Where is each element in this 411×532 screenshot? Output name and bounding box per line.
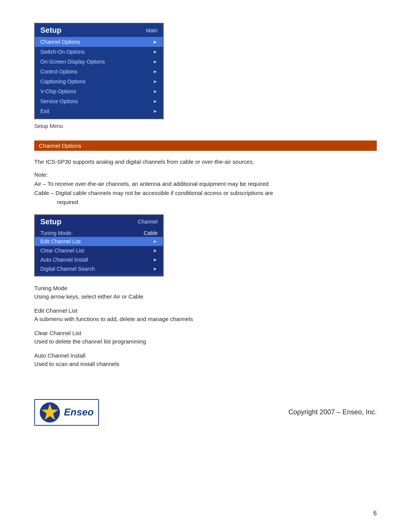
channel-description: The ICS-SP30 supports analog and digital… xyxy=(34,158,377,166)
desc-tuning-mode: Tuning Mode Using arrow keys, select eit… xyxy=(34,284,377,301)
note-block: Note: Air – To receive over-the-air chan… xyxy=(34,170,377,207)
menu-row-label: Digital Channel Search xyxy=(40,266,95,272)
menu-item-vchip: V-Chip Options ► xyxy=(35,86,163,96)
menu-row-label: Auto Channel Install xyxy=(40,257,88,263)
desc-title: Auto Channel Install xyxy=(34,351,377,360)
desc-clear-channel-list: Clear Channel List Used to delete the ch… xyxy=(34,329,377,346)
note-air: Air – To receive over-the-air channels, … xyxy=(34,179,377,189)
menu-arrow: ► xyxy=(153,239,158,244)
enseo-star-icon xyxy=(40,402,60,423)
menu-spacer-2 xyxy=(35,273,163,276)
desc-body: Using arrow keys, select either Air or C… xyxy=(34,292,377,301)
channel-options-header: Channel Options xyxy=(34,141,377,151)
desc-title: Tuning Mode xyxy=(34,284,377,293)
menu-item-service: Service Options ► xyxy=(35,96,163,106)
menu-item-label: Control Options xyxy=(40,69,77,75)
setup-menu-caption: Setup Menu xyxy=(34,123,377,129)
menu-item-switchon: Switch-On Options ► xyxy=(35,47,163,57)
menu-arrow: ► xyxy=(153,39,158,45)
setup-title: Setup xyxy=(40,26,62,35)
auto-channel-install-row: Auto Channel Install ► xyxy=(35,255,163,264)
main-label: Main xyxy=(146,27,158,34)
note-cable: Cable – Digital cable channels may not b… xyxy=(34,189,377,198)
menu-item-osd: On-Screen Display Options ► xyxy=(35,57,163,67)
menu-item-exit: Exit ► xyxy=(35,106,163,116)
menu-item-control: Control Options ► xyxy=(35,67,163,77)
menu-arrow: ► xyxy=(153,99,158,104)
copyright-text: Copyright 2007 – Enseo, Inc. xyxy=(288,408,377,416)
enseo-name: Enseo xyxy=(64,406,94,418)
menu-arrow: ► xyxy=(153,257,158,262)
note-title: Note: xyxy=(34,170,377,179)
desc-edit-channel-list: Edit Channel List A submenu with functio… xyxy=(34,307,377,324)
desc-title: Clear Channel List xyxy=(34,329,377,338)
menu-row-label: Clear Channel List xyxy=(40,248,84,254)
digital-channel-search-row: Digital Channel Search ► xyxy=(35,264,163,273)
enseo-star-container xyxy=(40,402,60,423)
menu-arrow: ► xyxy=(153,79,158,84)
menu-item-channel-options: Channel Options ► xyxy=(35,37,163,47)
channel-menu-screenshot: Setup Channel Tuning Mode: Cable Edit Ch… xyxy=(34,214,164,276)
tuning-mode-row: Tuning Mode: Cable xyxy=(35,228,163,237)
setup-menu-screenshot: Setup Main Channel Options ► Switch-On O… xyxy=(34,23,164,119)
menu-item-label: Captioning Options xyxy=(40,78,86,85)
menu-item-label: Service Options xyxy=(40,98,78,104)
channel-title-bar: Setup Channel xyxy=(35,215,163,228)
setup-title-bar: Setup Main xyxy=(35,24,163,37)
menu-item-label: V-Chip Options xyxy=(40,88,76,94)
menu-arrow: ► xyxy=(153,49,158,54)
channel-setup-title: Setup xyxy=(40,217,62,226)
menu-arrow: ► xyxy=(153,69,158,74)
desc-title: Edit Channel List xyxy=(34,307,377,315)
desc-body: A submenu with functions to add, delete … xyxy=(34,315,377,324)
menu-spacer xyxy=(35,116,163,118)
menu-item-label: Exit xyxy=(40,108,49,114)
desc-body: Used to delete the channel list programm… xyxy=(34,337,377,346)
edit-channel-list-row: Edit Channel List ► xyxy=(35,237,163,246)
footer: Enseo Copyright 2007 – Enseo, Inc. xyxy=(34,399,377,426)
channel-label: Channel xyxy=(138,219,158,225)
tuning-mode-value: Cable xyxy=(143,230,158,236)
menu-arrow: ► xyxy=(153,89,158,94)
menu-item-label: On-Screen Display Options xyxy=(40,59,105,65)
menu-item-captioning: Captioning Options ► xyxy=(35,77,163,86)
menu-item-label: Channel Options xyxy=(40,39,80,45)
note-cable-indent: required xyxy=(34,198,377,207)
menu-arrow: ► xyxy=(153,266,158,272)
page-number: 6 xyxy=(373,510,377,517)
menu-row-label: Edit Channel List xyxy=(40,238,81,244)
menu-item-label: Switch-On Options xyxy=(40,49,85,55)
clear-channel-list-row: Clear Channel List ► xyxy=(35,246,163,255)
desc-body: Used to scan and install channels xyxy=(34,360,377,369)
menu-arrow: ► xyxy=(153,109,158,114)
desc-auto-channel-install: Auto Channel Install Used to scan and in… xyxy=(34,351,377,369)
enseo-logo: Enseo xyxy=(34,399,99,426)
menu-arrow: ► xyxy=(153,59,158,64)
tuning-mode-label: Tuning Mode: xyxy=(40,230,73,236)
menu-arrow: ► xyxy=(153,248,158,253)
